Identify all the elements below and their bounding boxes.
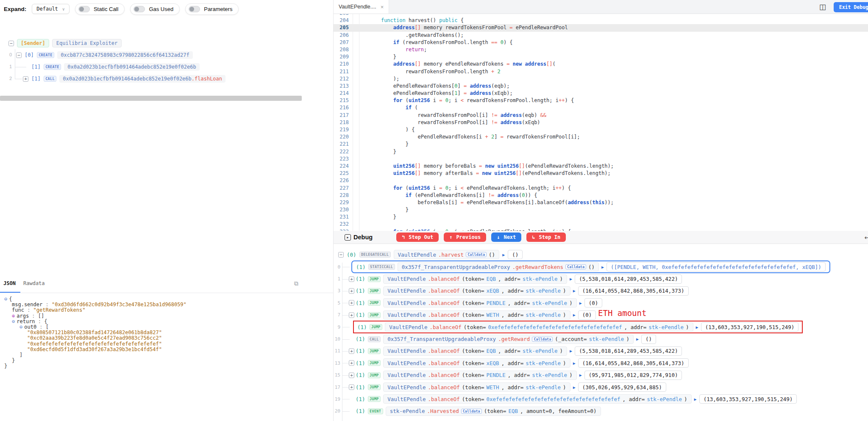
- tree-connector: [340, 321, 356, 333]
- call-pill[interactable]: VaultEPendle.balanceOf(token=WETH, addr=…: [383, 310, 570, 320]
- fold-gutter: [353, 112, 359, 119]
- calldata-badge[interactable]: Calldata: [466, 252, 487, 257]
- fold-gutter: [353, 213, 359, 221]
- expand-icon[interactable]: +: [23, 76, 28, 82]
- step-out-button[interactable]: ↰Step Out: [396, 233, 439, 242]
- call-pill[interactable]: 0x357f_TransparentUpgradeableProxy.getRe…: [383, 335, 634, 344]
- play-icon[interactable]: ▶: [579, 301, 582, 305]
- line-number: 213: [334, 83, 353, 90]
- step-in-button[interactable]: ↳Step In: [526, 233, 566, 242]
- return-value[interactable]: (0): [578, 310, 596, 320]
- trace-root-row: −(0) DELEGATECALL VaultEPendle.harvestCa…: [334, 248, 868, 261]
- exit-debug-button[interactable]: Exit Debug: [834, 2, 868, 12]
- expand-icon[interactable]: +: [349, 300, 354, 306]
- collapse-icon[interactable]: −: [8, 41, 14, 46]
- tab-rawdata[interactable]: Rawdata: [23, 280, 45, 286]
- next-button[interactable]: ↓Next: [491, 233, 521, 242]
- return-value[interactable]: (305,026,495,929,634,885): [578, 382, 666, 392]
- play-icon[interactable]: ▶: [579, 373, 582, 377]
- play-icon[interactable]: ▶: [573, 361, 576, 366]
- toggle-switch[interactable]: [134, 6, 145, 12]
- return-value[interactable]: (13,603,353,927,190,515,249): [701, 322, 799, 332]
- debug-buttons: ↰Step Out ↑Previous ↓Next ↳Step In: [396, 233, 571, 242]
- collapse-icon[interactable]: ⊖: [12, 319, 15, 324]
- expand-icon[interactable]: +: [349, 276, 354, 282]
- expand-dropdown[interactable]: Default ∨: [32, 4, 70, 14]
- expand-icon[interactable]: +: [349, 288, 354, 294]
- call-pill[interactable]: VaultEPendle.balanceOf(token=PENDLE, add…: [383, 298, 576, 307]
- call-pill[interactable]: VaultEPendle.balanceOf(token=WETH, addr=…: [383, 382, 570, 392]
- return-value[interactable]: (13,603,353,927,190,515,249): [699, 394, 797, 404]
- play-icon[interactable]: ▶: [570, 277, 572, 281]
- call-pill[interactable]: VaultEPendle.balanceOf(token=EQB, addr=s…: [383, 274, 567, 284]
- toggle-static-call[interactable]: Static Call: [75, 3, 125, 15]
- return-arrow-icon[interactable]: ↩: [864, 234, 868, 241]
- call-pill[interactable]: VaultEPendle.harvestCalldata(): [394, 250, 500, 259]
- return-value[interactable]: (0): [584, 298, 603, 307]
- play-icon[interactable]: ▶: [694, 397, 697, 402]
- call-pill[interactable]: VaultEPendle.balanceOf(token=xEQB, addr=…: [383, 286, 570, 296]
- contract-address[interactable]: 0x0a2d023b1ecfbfb091464adebc852e19e0f02e…: [64, 63, 199, 71]
- play-icon[interactable]: ▶: [636, 337, 639, 341]
- split-view-icon[interactable]: ◫: [819, 3, 826, 11]
- collapse-icon[interactable]: ⊖: [19, 324, 22, 330]
- call-pill[interactable]: VaultEPendle.balanceOf(token=xEQB, addr=…: [383, 358, 570, 368]
- code-line: 228 if (ePendleRewardTokens[i] != addres…: [334, 192, 868, 199]
- panel-resize-handle[interactable]: [0, 96, 302, 101]
- json-line: "0xc02aaa39b223fe8d0a0e5c4f27ead9083c756…: [4, 335, 326, 341]
- return-value[interactable]: (16,614,055,842,868,305,614,373): [578, 286, 689, 296]
- return-value[interactable]: (5,538,018,614,289,453,585,422): [575, 346, 682, 356]
- return-value[interactable]: (5,538,018,614,289,453,585,422): [575, 274, 682, 284]
- calltype-badge: JUMP: [368, 288, 381, 294]
- expand-icon[interactable]: +: [349, 385, 354, 390]
- call-pill[interactable]: VaultEPendle.balanceOf(token=0xefefefefe…: [383, 394, 691, 404]
- code-line: 218 rewardTokensFromPool[i] != address(x…: [334, 119, 868, 126]
- play-icon[interactable]: ▶: [573, 385, 576, 390]
- call-pill[interactable]: 0x357f_TransparentUpgradeableProxy.getRe…: [398, 262, 599, 271]
- contract-address[interactable]: 0xcb877c3824758983c9798022856c6f64132ad2…: [57, 51, 192, 59]
- calldata-badge[interactable]: Calldata: [532, 337, 553, 342]
- collapse-icon[interactable]: −: [338, 252, 344, 258]
- close-icon[interactable]: ×: [381, 4, 384, 10]
- copy-icon[interactable]: ⧉: [294, 280, 298, 287]
- play-icon[interactable]: ▶: [601, 265, 604, 269]
- return-value[interactable]: (16,614,055,842,868,305,614,373): [578, 358, 689, 368]
- expand-icon[interactable]: +: [349, 312, 354, 318]
- calldata-badge[interactable]: Calldata: [565, 264, 586, 269]
- collapse-icon[interactable]: ⊖: [4, 296, 7, 302]
- tree-connector: [15, 79, 22, 79]
- collapse-icon[interactable]: −: [16, 53, 22, 58]
- play-icon[interactable]: ▶: [573, 288, 576, 293]
- expand-icon[interactable]: ⊕: [12, 313, 15, 319]
- return-value[interactable]: ([PENDLE, WETH, 0xefefefefefefefefefefef…: [606, 262, 826, 271]
- return-value[interactable]: (95,971,985,012,829,774,910): [584, 371, 682, 380]
- return-value[interactable]: (): [508, 250, 523, 259]
- contract-address[interactable]: 0x0a2d023b1ecfbfb091464adebc852e19e0f02e…: [59, 75, 225, 83]
- expand-icon[interactable]: +: [349, 372, 354, 378]
- call-pill[interactable]: VaultEPendle.balanceOf(token=0xefefefefe…: [385, 322, 693, 332]
- call-pill[interactable]: stk-ePendle.HarvestedCalldata(token=EQB,…: [386, 407, 601, 416]
- toggle-gas-used[interactable]: Gas Used: [130, 3, 180, 15]
- toggle-parameters[interactable]: Parameters: [185, 3, 239, 15]
- call-pill[interactable]: VaultEPendle.balanceOf(token=EQB, addr=s…: [383, 346, 567, 356]
- code-line: 231 }: [334, 213, 868, 221]
- call-pill[interactable]: VaultEPendle.balanceOf(token=PENDLE, add…: [383, 371, 576, 380]
- line-number: 211: [334, 68, 353, 75]
- play-icon[interactable]: ▶: [696, 325, 698, 330]
- play-icon[interactable]: ▶: [573, 313, 576, 317]
- play-icon[interactable]: ▶: [570, 349, 572, 353]
- expand-icon[interactable]: +: [349, 360, 354, 366]
- toggle-switch[interactable]: [189, 6, 200, 12]
- calldata-badge[interactable]: Calldata: [461, 409, 482, 414]
- editor-tab[interactable]: VaultEPendle.... ×: [334, 0, 389, 14]
- line-number: 207: [334, 39, 353, 46]
- expand-icon[interactable]: +: [349, 348, 354, 354]
- tab-json[interactable]: JSON: [3, 280, 16, 286]
- call-depth: (1): [356, 348, 365, 354]
- sender-name-badge[interactable]: Equilibria Exploiter: [52, 39, 122, 47]
- return-value[interactable]: (): [641, 335, 656, 344]
- toggle-switch[interactable]: [78, 6, 90, 12]
- previous-button[interactable]: ↑Previous: [444, 233, 486, 242]
- play-icon[interactable]: ▶: [502, 252, 505, 257]
- sender-badge[interactable]: [Sender]: [17, 39, 49, 47]
